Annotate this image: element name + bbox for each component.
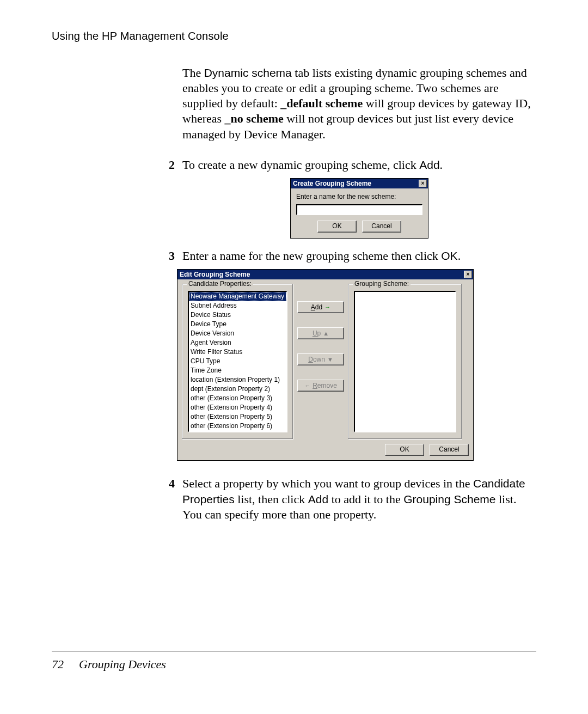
candidate-properties-listbox[interactable]: Neoware Management Gateway IDSubnet Addr… [188,291,287,432]
no-scheme-label: _no scheme [225,112,284,125]
add-button-label: Add [311,302,322,312]
add-button[interactable]: Add → [297,301,344,313]
close-icon[interactable]: × [464,271,472,278]
grouping-scheme-fieldset: Grouping Scheme: [348,284,462,440]
default-scheme-label: _default scheme [280,96,363,110]
ok-button[interactable]: OK [385,444,424,456]
arrow-left-icon: ← [304,381,310,390]
create-dialog-titlebar[interactable]: Create Grouping Scheme × [291,179,428,188]
list-item[interactable]: other (Extension Property 3) [189,394,286,403]
edit-dialog-buttons: OK Cancel [182,444,469,456]
list-item[interactable]: Neoware Management Gateway ID [189,292,286,301]
list-item[interactable]: other (Extension Property 4) [189,403,286,412]
text: The [182,66,204,80]
list-item[interactable]: Device Type [189,320,286,329]
remove-button[interactable]: ← Remove [297,380,344,392]
arrow-right-icon: → [324,302,330,312]
down-button-label: Down [308,355,325,364]
up-button-label: Up [313,328,321,338]
step-2: 2 To create a new dynamic grouping schem… [182,157,536,173]
running-head: Using the HP Management Console [52,30,536,42]
step-text: Enter a name for the new grouping scheme… [182,248,536,264]
edit-columns: Candidate Properties: Neoware Management… [182,284,469,440]
add-label: Add [308,493,328,505]
grouping-scheme-legend: Grouping Scheme: [353,280,411,288]
create-dialog-label: Enter a name for the new scheme: [296,193,422,201]
list-item[interactable]: dept (Extension Property 2) [189,385,286,394]
step-3: 3 Enter a name for the new grouping sche… [182,248,536,264]
step-text: To create a new dynamic grouping scheme,… [182,157,536,173]
list-item[interactable]: location (Extension Property 1) [189,375,286,385]
edit-dialog-title: Edit Grouping Scheme [180,270,250,279]
text: . [440,158,443,172]
text: Enter a name for the new grouping scheme… [182,249,441,263]
ok-button[interactable]: OK [317,221,357,233]
step-4: 4 Select a property by which you want to… [182,476,536,522]
step-number: 2 [163,157,182,173]
list-item[interactable]: other (Extension Property 6) [189,422,286,431]
list-item[interactable]: Subnet Address [189,301,286,310]
list-item[interactable]: Time Zone [189,366,286,375]
grouping-scheme-label: Grouping Scheme [403,493,495,505]
text: to add it to the [328,492,403,506]
edit-dialog-wrap: Edit Grouping Scheme × Candidate Propert… [177,269,536,461]
cancel-button[interactable]: Cancel [362,221,401,233]
ok-label: OK [441,249,457,262]
list-item[interactable]: Device Status [189,310,286,320]
step-text: Select a property by which you want to g… [182,476,536,522]
dynamic-schema-label: Dynamic schema [204,66,292,79]
list-item[interactable]: Agent Version [189,338,286,347]
list-item[interactable]: other (Extension Property 5) [189,412,286,422]
remove-button-label: Remove [313,381,337,390]
edit-dialog-body: Candidate Properties: Neoware Management… [177,279,473,460]
list-item[interactable]: Write Filter Status [189,347,286,357]
add-label: Add [419,158,439,171]
edit-dialog-titlebar[interactable]: Edit Grouping Scheme × [177,270,473,279]
text: Select a property by which you want to g… [182,477,473,490]
cancel-button[interactable]: Cancel [430,444,469,456]
create-dialog-wrap: Create Grouping Scheme × Enter a name fo… [182,178,536,239]
section-title: Grouping Devices [79,657,166,671]
page: Using the HP Management Console The Dyna… [0,0,588,714]
intro-paragraph: The Dynamic schema tab lists existing dy… [182,65,536,142]
down-button[interactable]: Down ▼ [297,353,344,365]
create-dialog-title: Create Grouping Scheme [293,179,371,188]
edit-grouping-scheme-dialog: Edit Grouping Scheme × Candidate Propert… [177,269,474,461]
transfer-buttons: Add → Up ▲ Down ▼ [293,284,348,392]
text: To create a new dynamic grouping scheme,… [182,158,419,172]
create-dialog-body: Enter a name for the new scheme: OK Canc… [291,188,428,238]
footer-rule [52,651,536,651]
create-dialog-buttons: OK Cancel [296,221,422,233]
body-column: The Dynamic schema tab lists existing dy… [182,65,536,522]
list-item[interactable]: Device Version [189,329,286,338]
scheme-name-input[interactable] [296,204,422,215]
create-grouping-scheme-dialog: Create Grouping Scheme × Enter a name fo… [290,178,428,239]
grouping-scheme-listbox[interactable] [354,291,456,432]
candidate-properties-legend: Candidate Properties: [187,280,253,288]
step-number: 4 [163,476,182,522]
list-item[interactable]: CPU Type [189,357,286,366]
candidate-properties-fieldset: Candidate Properties: Neoware Management… [182,284,293,440]
step-number: 3 [163,248,182,264]
text: list, then click [235,492,308,506]
text: . [458,249,461,263]
arrow-up-icon: ▲ [323,328,329,338]
page-footer: 72Grouping Devices [52,657,166,672]
up-button[interactable]: Up ▲ [297,327,344,339]
page-number: 72 [52,657,64,671]
arrow-down-icon: ▼ [327,355,333,364]
close-icon[interactable]: × [419,180,427,187]
